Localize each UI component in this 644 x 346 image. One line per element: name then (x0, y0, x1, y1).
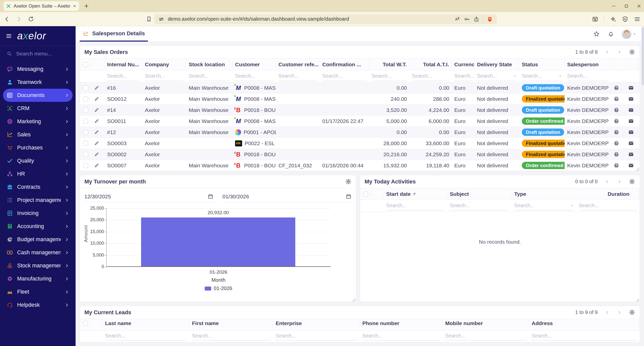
column-header-total-w-t[interactable]: Total W.T. (369, 59, 409, 70)
print-button[interactable] (611, 105, 626, 115)
password-key-icon[interactable] (464, 16, 470, 22)
column-header-customer[interactable]: Customer (233, 59, 276, 70)
email-button[interactable] (626, 105, 640, 115)
settings-gear-icon[interactable] (629, 178, 635, 185)
resize-handle[interactable] (636, 298, 639, 301)
search-filter-start-date[interactable]: Search... (384, 200, 447, 212)
search-filter-internal-nu[interactable]: Search... (105, 70, 142, 82)
sidebar-item-contracts[interactable]: Contracts (3, 180, 73, 194)
email-button[interactable] (626, 116, 640, 127)
sidebar-item-marketing[interactable]: Marketing (3, 115, 73, 128)
prev-page-icon[interactable] (605, 310, 610, 315)
row-checkbox[interactable] (80, 127, 91, 138)
site-settings-icon[interactable] (158, 16, 164, 22)
next-page-icon[interactable] (617, 50, 622, 55)
sidebar-item-budget-management[interactable]: Budget management (3, 233, 73, 246)
column-header-enterprise[interactable]: Enterprise (273, 319, 360, 328)
next-page-icon[interactable] (617, 179, 622, 184)
print-button[interactable] (611, 149, 626, 160)
print-button[interactable] (611, 82, 626, 93)
resize-handle[interactable] (352, 298, 355, 301)
sidebar-item-stock-management[interactable]: Stock management (3, 259, 73, 272)
url-bar[interactable]: demo.axelor.com/open-suite-en/#/ds/salem… (154, 14, 497, 24)
search-filter-type[interactable]: Search... (512, 200, 576, 212)
print-button[interactable] (611, 138, 626, 149)
email-button[interactable] (626, 138, 640, 149)
column-header-company[interactable]: Company (142, 59, 186, 70)
resize-handle[interactable] (636, 168, 639, 170)
settings-gear-icon[interactable] (629, 49, 635, 55)
edit-pencil-icon[interactable] (91, 105, 105, 115)
table-row[interactable]: #14AxelorMain WarehouseBP0018 - BOURC3,5… (80, 105, 640, 116)
sidebar-item-quality[interactable]: Quality (3, 154, 73, 167)
calendar-icon[interactable] (208, 194, 213, 199)
column-header-status[interactable]: Status (519, 59, 565, 70)
date-to-field[interactable]: 01/30/2026 (222, 191, 351, 202)
next-page-icon[interactable] (617, 310, 622, 315)
search-filter-delivery-state[interactable]: Search... (474, 70, 519, 82)
email-button[interactable] (626, 82, 640, 93)
column-header-phone-number[interactable]: Phone number (360, 319, 443, 328)
prev-page-icon[interactable] (605, 50, 610, 55)
browser-menu-icon[interactable] (634, 16, 640, 22)
sidebar-toggle-icon[interactable] (6, 33, 12, 39)
sidebar-item-helpdesk[interactable]: Helpdesk (3, 298, 73, 311)
search-filter-duration[interactable]: Search... (576, 200, 640, 212)
tab-salesperson-details[interactable]: Salesperson Details (80, 26, 148, 42)
email-button[interactable] (626, 93, 640, 104)
search-filter-salesperson[interactable]: Search... (565, 70, 611, 82)
reading-list-icon[interactable] (592, 16, 598, 22)
column-header-last-name[interactable]: Last name (103, 319, 189, 328)
column-header-internal-nu[interactable]: Internal Nu... (105, 59, 142, 70)
row-checkbox[interactable] (80, 160, 91, 171)
column-header-delivery-state[interactable]: Delivery State (474, 59, 519, 70)
column-header-currency[interactable]: Currency (452, 59, 474, 70)
favorite-star-icon[interactable] (593, 30, 600, 37)
brave-shield-icon[interactable] (487, 16, 493, 22)
column-header-total-a-t-i[interactable]: Total A.T.I. (409, 59, 452, 70)
share-icon[interactable] (473, 16, 479, 22)
sidebar-item-documents[interactable]: Documents (3, 89, 73, 102)
forward-button[interactable] (16, 16, 22, 22)
column-header-address[interactable]: Address (529, 319, 640, 328)
sidebar-item-purchases[interactable]: Purchases (3, 141, 73, 154)
settings-gear-icon[interactable] (345, 178, 351, 185)
scrollbar[interactable] (641, 26, 644, 346)
search-filter-mobile-number[interactable]: Search... (443, 331, 529, 341)
reload-button[interactable] (28, 16, 34, 22)
email-button[interactable] (626, 127, 640, 138)
sidebar-item-sales[interactable]: Sales (3, 128, 73, 141)
edit-pencil-icon[interactable] (91, 138, 105, 149)
calendar-icon[interactable] (346, 194, 351, 199)
search-filter-address[interactable]: Search... (529, 331, 640, 341)
table-row[interactable]: #12AxelorMain WarehouseP0001 - APOLL0.00… (80, 127, 640, 138)
sidebar-item-accounting[interactable]: Accounting (3, 220, 73, 233)
sidebar-search-input[interactable]: Search menu... (0, 46, 76, 61)
table-row[interactable]: SO0002AxelorBP0018 - BOURC20,216.0024,25… (80, 149, 640, 160)
sidebar-item-fleet[interactable]: Fleet (3, 285, 73, 298)
prev-page-icon[interactable] (605, 179, 610, 184)
column-header-customer-refe[interactable]: Customer refe... (276, 59, 320, 70)
window-minimize-button[interactable] (611, 4, 616, 9)
row-checkbox[interactable] (80, 105, 91, 115)
notifications-bell-icon[interactable] (607, 30, 614, 37)
sidebar-item-messaging[interactable]: Messaging (3, 62, 73, 76)
column-menu-icon[interactable] (632, 59, 638, 70)
search-filter-status[interactable]: Search... (519, 70, 565, 82)
edit-pencil-icon[interactable] (91, 127, 105, 138)
sidebar-item-hr[interactable]: HR (3, 167, 73, 180)
select-all-checkbox[interactable] (80, 59, 91, 70)
print-button[interactable] (611, 160, 626, 171)
translate-icon[interactable] (454, 16, 460, 22)
sidebar-item-manufacturing[interactable]: Manufacturing (3, 272, 73, 285)
bookmark-icon[interactable] (146, 16, 152, 22)
table-row[interactable]: SO0012AxelorMain Warehouse★MP0008 - MASS… (80, 93, 640, 105)
column-header-start-date[interactable]: Start date (384, 188, 447, 200)
edit-pencil-icon[interactable] (91, 82, 105, 93)
search-filter-confirmation[interactable]: Search... (320, 70, 369, 82)
search-filter-subject[interactable]: Search... (447, 200, 512, 212)
select-all-checkbox[interactable] (360, 188, 371, 200)
search-filter-last-name[interactable]: Search... (103, 331, 189, 341)
search-filter-stock-location[interactable]: Search... (186, 70, 233, 82)
column-header-type[interactable]: Type (512, 188, 576, 200)
